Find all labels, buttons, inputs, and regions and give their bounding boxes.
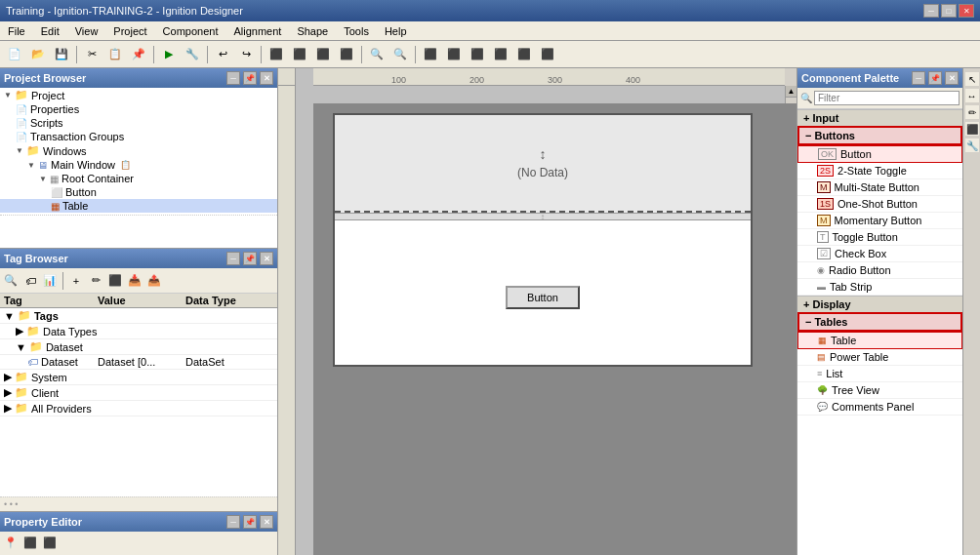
palette-minimize[interactable]: ─	[912, 71, 925, 85]
palette-pin[interactable]: 📌	[928, 71, 942, 85]
canvas-button[interactable]: Button	[506, 286, 580, 309]
tag-row-datatypes[interactable]: ▶ 📁 Data Types	[0, 324, 277, 339]
project-browser-pin[interactable]: 📌	[243, 71, 257, 85]
tree-item-root-container[interactable]: ▼ ▦ Root Container	[0, 172, 277, 185]
resize-handle[interactable]: ↕	[335, 213, 751, 220]
menu-file[interactable]: File	[0, 24, 33, 38]
menu-shape[interactable]: Shape	[289, 24, 336, 38]
tag-browser-pin[interactable]: 📌	[243, 252, 257, 265]
toolbar-save[interactable]: 💾	[51, 44, 72, 65]
toolbar-align1[interactable]: ⬛	[265, 44, 287, 65]
toolbar-save2[interactable]: 🔧	[182, 44, 203, 65]
tag-row-client[interactable]: ▶ 📁 Client	[0, 385, 277, 401]
toolbar-extra5[interactable]: ⬛	[513, 44, 535, 65]
tag-row-allproviders[interactable]: ▶ 📁 All Providers	[0, 401, 277, 416]
tool-arrow[interactable]: ↖	[965, 72, 979, 86]
menu-component[interactable]: Component	[155, 24, 226, 38]
tag-row-tags[interactable]: ▼ 📁 Tags	[0, 308, 277, 324]
palette-section-buttons[interactable]: − Buttons	[797, 126, 962, 145]
tag-row-system[interactable]: ▶ 📁 System	[0, 370, 277, 385]
palette-item-2state[interactable]: 2S 2-State Toggle	[797, 163, 962, 179]
tag-btn-5[interactable]: ✏	[87, 272, 104, 290]
property-editor-pin[interactable]: 📌	[243, 515, 257, 529]
tag-btn-1[interactable]: 🔍	[2, 272, 20, 290]
toolbar-extra4[interactable]: ⬛	[490, 44, 511, 65]
tag-browser-close[interactable]: ✕	[260, 252, 273, 265]
tool-2[interactable]: ↔	[965, 89, 979, 102]
toolbar-copy[interactable]: 📋	[104, 44, 126, 65]
menu-edit[interactable]: Edit	[33, 24, 67, 38]
palette-item-button[interactable]: OK Button	[797, 145, 962, 163]
tool-3[interactable]: ✏	[965, 105, 979, 119]
scroll-up-btn[interactable]: ▲	[786, 86, 796, 98]
palette-item-table[interactable]: ▦ Table	[797, 332, 962, 349]
toolbar-align2[interactable]: ⬛	[289, 44, 310, 65]
tree-item-table[interactable]: ▦ Table	[0, 199, 277, 213]
toolbar-new[interactable]: 📄	[4, 44, 25, 65]
toolbar-extra1[interactable]: ⬛	[420, 44, 441, 65]
close-button[interactable]: ✕	[959, 4, 974, 18]
tree-item-scripts[interactable]: 📄 Scripts	[0, 116, 277, 130]
palette-item-multistate[interactable]: M Multi-State Button	[797, 179, 962, 196]
tool-5[interactable]: 🔧	[965, 139, 979, 152]
toolbar-redo[interactable]: ↪	[235, 44, 257, 65]
tree-item-main-window[interactable]: ▼ 🖥 Main Window 📋	[0, 158, 277, 172]
toolbar-undo[interactable]: ↩	[212, 44, 233, 65]
tag-btn-6[interactable]: ⬛	[106, 272, 124, 290]
menu-tools[interactable]: Tools	[336, 24, 377, 38]
menu-help[interactable]: Help	[377, 24, 415, 38]
toolbar-cut[interactable]: ✂	[81, 44, 102, 65]
tree-item-properties[interactable]: 📄 Properties	[0, 102, 277, 116]
tag-btn-3[interactable]: 📊	[41, 272, 59, 290]
palette-section-input[interactable]: + Input	[797, 109, 962, 126]
tree-item-button[interactable]: ⬜ Button	[0, 185, 277, 199]
palette-close[interactable]: ✕	[945, 71, 959, 85]
project-browser-close[interactable]: ✕	[260, 71, 273, 85]
toolbar-paste[interactable]: 📌	[128, 44, 149, 65]
menu-view[interactable]: View	[67, 24, 106, 38]
tag-btn-7[interactable]: 📥	[126, 272, 143, 290]
prop-btn-1[interactable]: 📍	[2, 534, 20, 551]
menu-alignment[interactable]: Alignment	[225, 24, 289, 38]
property-editor-minimize[interactable]: ─	[226, 515, 240, 529]
tag-btn-4[interactable]: +	[67, 272, 85, 290]
palette-item-comments[interactable]: 💬 Comments Panel	[797, 399, 962, 416]
toolbar-align4[interactable]: ⬛	[336, 44, 357, 65]
palette-item-oneshot[interactable]: 1S One-Shot Button	[797, 196, 962, 213]
menu-project[interactable]: Project	[105, 24, 154, 38]
tree-item-transaction-groups[interactable]: 📄 Transaction Groups	[0, 130, 277, 143]
toolbar-zoom-out[interactable]: 🔍	[366, 44, 388, 65]
toolbar-open[interactable]: 📂	[27, 44, 49, 65]
tag-browser-minimize[interactable]: ─	[226, 252, 240, 265]
property-editor-close[interactable]: ✕	[260, 515, 273, 529]
palette-item-treeview[interactable]: 🌳 Tree View	[797, 382, 962, 399]
palette-item-toggle[interactable]: T Toggle Button	[797, 229, 962, 246]
toolbar-play[interactable]: ▶	[158, 44, 180, 65]
maximize-button[interactable]: □	[941, 4, 957, 18]
tag-btn-2[interactable]: 🏷	[21, 272, 39, 290]
tool-4[interactable]: ⬛	[965, 122, 979, 136]
toolbar-extra6[interactable]: ⬛	[537, 44, 558, 65]
tag-row-dataset-folder[interactable]: ▼ 📁 Dataset	[0, 339, 277, 355]
palette-search-input[interactable]	[814, 91, 960, 105]
tree-item-project[interactable]: ▼ 📁 Project	[0, 88, 277, 102]
toolbar-extra2[interactable]: ⬛	[443, 44, 465, 65]
tree-item-windows[interactable]: ▼ 📁 Windows	[0, 143, 277, 158]
palette-section-display[interactable]: + Display	[797, 296, 962, 312]
project-browser-minimize[interactable]: ─	[226, 71, 240, 85]
tag-btn-8[interactable]: 📤	[145, 272, 163, 290]
minimize-button[interactable]: ─	[923, 4, 939, 18]
prop-btn-2[interactable]: ⬛	[21, 534, 39, 551]
palette-item-powertable[interactable]: ▤ Power Table	[797, 349, 962, 366]
palette-item-list[interactable]: ≡ List	[797, 366, 962, 382]
palette-item-checkbox[interactable]: ☑ Check Box	[797, 246, 962, 262]
prop-btn-3[interactable]: ⬛	[41, 534, 59, 551]
tag-row-dataset[interactable]: 🏷 Dataset Dataset [0... DataSet	[0, 355, 277, 370]
canvas-viewport[interactable]: ↕ (No Data) ↕ Button	[313, 103, 796, 555]
palette-item-tabstrip[interactable]: ▬ Tab Strip	[797, 279, 962, 296]
palette-item-momentary[interactable]: M Momentary Button	[797, 213, 962, 229]
palette-item-radio[interactable]: ◉ Radio Button	[797, 262, 962, 279]
toolbar-zoom-in[interactable]: 🔍	[389, 44, 411, 65]
palette-section-tables[interactable]: − Tables	[797, 312, 962, 332]
toolbar-extra3[interactable]: ⬛	[467, 44, 488, 65]
